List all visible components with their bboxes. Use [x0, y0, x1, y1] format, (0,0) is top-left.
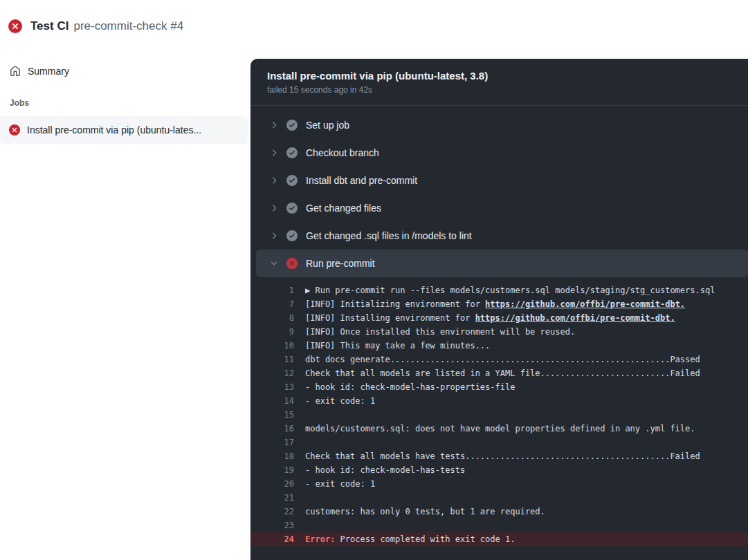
log-line-text: [INFO] Installing environment for https:…: [294, 311, 675, 325]
log-line-number[interactable]: 21: [250, 491, 294, 505]
log-line-text: Check that all models are listed in a YA…: [294, 366, 700, 380]
log-line-text: models/customers.sql: does not have mode…: [294, 422, 695, 436]
log-text: models/customers.sql: does not have mode…: [305, 424, 695, 433]
log-line-number[interactable]: 12: [250, 366, 294, 380]
chevron-right-icon: [269, 120, 280, 130]
log-text: - exit code: 1: [305, 479, 375, 489]
run-header: Test CIpre-commit-check #4: [0, 0, 748, 52]
x-circle-icon: [8, 19, 22, 33]
check-circle-icon: [286, 147, 298, 158]
step-label: Checkout branch: [306, 147, 379, 158]
log-line-number[interactable]: 17: [250, 436, 294, 449]
log-line-number[interactable]: 15: [250, 408, 294, 422]
check-circle-icon: [286, 120, 298, 131]
log-text: Process completed with exit code 1.: [340, 534, 516, 544]
log-output: 1▶ Run pre-commit run --files models/cus…: [250, 277, 748, 560]
log-line-text: [294, 491, 305, 505]
run-title: Test CIpre-commit-check #4: [30, 19, 183, 33]
log-line: 17: [250, 436, 748, 449]
home-icon: [10, 66, 21, 77]
x-circle-icon: [9, 124, 20, 136]
log-line-text: - hook id: check-model-has-properties-fi…: [294, 380, 515, 394]
log-line: 19- hook id: check-model-has-tests: [250, 463, 748, 477]
chevron-right-icon: [269, 148, 280, 158]
log-text: Check that all models have tests........…: [305, 451, 700, 461]
log-line-number[interactable]: 13: [250, 380, 294, 394]
step-run-pre-commit[interactable]: Run pre-commit: [256, 250, 748, 277]
log-line-text: [INFO] Initializing environment for http…: [294, 297, 685, 311]
step-install-dbt-and-pre-commit[interactable]: Install dbt and pre-commit: [250, 167, 748, 194]
check-circle-icon: [286, 230, 298, 241]
step-checkout-branch[interactable]: Checkout branch: [250, 139, 748, 167]
log-line-text: - hook id: check-model-has-tests: [294, 463, 465, 477]
log-line-number[interactable]: 23: [250, 519, 294, 532]
log-line: 13- hook id: check-model-has-properties-…: [250, 380, 748, 394]
step-label: Get changed .sql files in /models to lin…: [306, 230, 472, 241]
log-text: [INFO] Installing environment for: [305, 313, 475, 323]
log-text: dbt docs generate.......................…: [305, 355, 700, 364]
job-status-meta: failed 15 seconds ago in 42s: [267, 85, 731, 95]
log-line-number[interactable]: 7: [250, 297, 294, 311]
log-text: - hook id: check-model-has-tests: [305, 465, 465, 475]
log-line: 15: [250, 408, 748, 422]
log-text: [INFO] Once installed this environment w…: [305, 327, 575, 337]
log-line: 21: [250, 491, 748, 505]
log-line: 22customers: has only 0 tests, but 1 are…: [250, 505, 748, 519]
log-url-link[interactable]: https://github.com/offbi/pre-commit-dbt.: [485, 299, 685, 309]
log-text: ▶ Run pre-commit run --files models/cust…: [305, 286, 715, 295]
log-line-number[interactable]: 11: [250, 353, 294, 366]
workflow-name: Test CI: [30, 19, 69, 32]
log-text: - hook id: check-model-has-properties-fi…: [305, 382, 515, 392]
log-line-number[interactable]: 22: [250, 505, 294, 519]
step-get-changed-sql-files-in-models-to-lint[interactable]: Get changed .sql files in /models to lin…: [250, 222, 748, 250]
error-label: Error:: [305, 534, 340, 544]
log-text: [INFO] Initializing environment for: [305, 299, 485, 309]
log-line-number[interactable]: 9: [250, 325, 294, 339]
check-circle-icon: [286, 203, 298, 214]
log-line: 9[INFO] Once installed this environment …: [250, 325, 748, 339]
log-line-number[interactable]: 18: [250, 449, 294, 463]
log-line: 18Check that all models have tests......…: [250, 449, 748, 463]
log-line: 16models/customers.sql: does not have mo…: [250, 422, 748, 436]
step-label: Install dbt and pre-commit: [306, 175, 417, 186]
log-line-text: Error: Process completed with exit code …: [294, 532, 515, 546]
chevron-right-icon: [269, 203, 280, 213]
job-label: Install pre-commit via pip (ubuntu-lates…: [27, 124, 201, 136]
step-label: Set up job: [306, 120, 349, 131]
log-line-number[interactable]: 24: [250, 532, 294, 546]
log-line-text: ▶ Run pre-commit run --files models/cust…: [294, 283, 715, 297]
step-set-up-job[interactable]: Set up job: [250, 111, 748, 139]
check-circle-icon: [286, 175, 298, 186]
log-line-number[interactable]: 8: [250, 311, 294, 325]
job-panel: Install pre-commit via pip (ubuntu-lates…: [250, 59, 748, 560]
log-line-text: [INFO] Once installed this environment w…: [294, 325, 575, 339]
log-line: 10[INFO] This may take a few minutes...: [250, 339, 748, 353]
log-line-number[interactable]: 10: [250, 339, 294, 353]
log-line: 14- exit code: 1: [250, 394, 748, 408]
run-name: pre-commit-check #4: [73, 19, 183, 32]
summary-label: Summary: [28, 66, 69, 77]
log-line-number[interactable]: 20: [250, 477, 294, 491]
step-get-changed-files[interactable]: Get changed files: [250, 194, 748, 222]
log-line-text: [294, 436, 305, 449]
log-line-number[interactable]: 1: [250, 283, 294, 297]
log-line-text: dbt docs generate.......................…: [294, 353, 700, 366]
log-line-number[interactable]: 14: [250, 394, 294, 408]
log-text: - exit code: 1: [305, 396, 375, 406]
x-circle-icon: [286, 258, 298, 269]
log-line: 11dbt docs generate.....................…: [250, 353, 748, 366]
log-line-number[interactable]: 16: [250, 422, 294, 436]
log-line-text: customers: has only 0 tests, but 1 are r…: [294, 505, 545, 519]
log-line-text: [INFO] This may take a few minutes...: [294, 339, 490, 353]
log-line: 20- exit code: 1: [250, 477, 748, 491]
job-title: Install pre-commit via pip (ubuntu-lates…: [267, 70, 731, 82]
log-text: [INFO] This may take a few minutes...: [305, 341, 490, 351]
sidebar-item-summary[interactable]: Summary: [0, 63, 250, 80]
chevron-right-icon: [269, 176, 280, 185]
log-line-number[interactable]: 19: [250, 463, 294, 477]
log-line-text: - exit code: 1: [294, 477, 375, 491]
log-url-link[interactable]: https://github.com/offbi/pre-commit-dbt.: [475, 313, 675, 323]
sidebar-item-job[interactable]: Install pre-commit via pip (ubuntu-lates…: [0, 116, 248, 144]
chevron-down-icon: [269, 259, 280, 268]
log-line: 7[INFO] Initializing environment for htt…: [250, 297, 748, 311]
